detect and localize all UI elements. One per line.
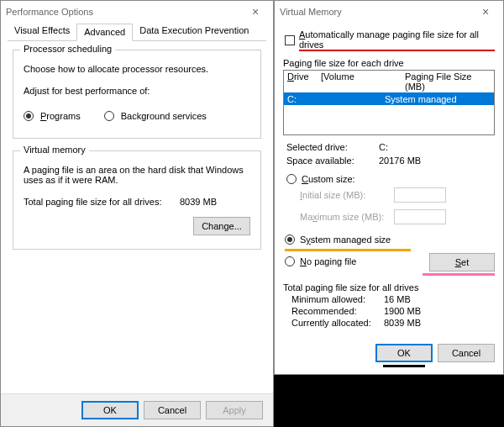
group-legend: Virtual memory <box>20 145 89 155</box>
selected-drive-label: Selected drive: <box>286 142 379 152</box>
each-drive-label: Paging file size for each drive <box>283 58 495 68</box>
radio-background-services[interactable]: Background services <box>104 111 207 121</box>
rec-value: 1900 MB <box>384 306 421 316</box>
tab-visual-effects[interactable]: Visual Effects <box>8 23 76 40</box>
selected-drive-value: C: <box>379 142 388 152</box>
radio-label: System managed size <box>300 235 391 245</box>
dialog-buttons: OK Cancel Apply <box>1 393 273 426</box>
vm-total-value: 8039 MB <box>180 197 217 207</box>
radio-custom-size[interactable]: Custom size: <box>286 174 495 184</box>
tabs: Visual Effects Advanced Data Execution P… <box>8 23 266 41</box>
titlebar: Performance Options × <box>1 1 273 23</box>
min-label: Minimum allowed: <box>291 294 384 304</box>
space-available-label: Space available: <box>286 156 379 166</box>
proc-adjust: Adjust for best performance of: <box>24 86 250 96</box>
max-size-label: Maximum size (MB): <box>300 212 387 222</box>
radio-programs[interactable]: Programs <box>24 111 81 121</box>
auto-manage-label: Automatically manage paging file size fo… <box>299 29 495 51</box>
close-icon[interactable]: × <box>473 5 498 18</box>
vm-total-label: Total paging file size for all drives: <box>24 197 161 207</box>
col-size: Paging File Size (MB) <box>402 71 494 92</box>
radio-label: No paging file <box>300 256 356 266</box>
titlebar: Virtual Memory × <box>275 1 503 23</box>
processor-scheduling-group: Processor scheduling Choose how to alloc… <box>13 50 261 139</box>
radio-no-paging[interactable]: No paging file <box>285 256 423 266</box>
dialog-title: Virtual Memory <box>280 7 342 17</box>
max-size-input[interactable] <box>394 209 446 224</box>
cur-value: 8039 MB <box>384 318 421 328</box>
dialog-title: Performance Options <box>6 7 93 17</box>
initial-size-input[interactable] <box>394 187 446 203</box>
drive-row-drive: C: <box>284 94 318 104</box>
highlight-pink <box>423 273 495 276</box>
vm-desc: A paging file is an area on the hard dis… <box>24 165 250 185</box>
cur-label: Currently allocated: <box>291 318 384 328</box>
highlight-orange <box>285 249 411 251</box>
ok-button[interactable]: OK <box>81 401 139 419</box>
virtual-memory-group: Virtual memory A paging file is an area … <box>13 150 261 250</box>
drive-list-header: Drive [Volume Paging File Size (MB) <box>284 71 494 92</box>
radio-icon <box>104 111 114 121</box>
set-button[interactable]: Set <box>429 253 495 271</box>
radio-label: Custom size: <box>302 174 355 184</box>
space-available-value: 20176 MB <box>379 156 421 166</box>
apply-button[interactable]: Apply <box>206 401 263 419</box>
totals-title: Total paging file size for all drives <box>283 282 495 293</box>
cancel-button[interactable]: Cancel <box>438 344 495 362</box>
group-legend: Processor scheduling <box>20 44 115 54</box>
highlight-black <box>383 365 425 367</box>
cancel-button[interactable]: Cancel <box>144 401 201 419</box>
tab-dep[interactable]: Data Execution Prevention <box>133 23 255 40</box>
radio-icon <box>286 174 297 184</box>
change-button[interactable]: Change... <box>193 217 250 235</box>
virtual-memory-dialog: Virtual Memory × Automatically manage pa… <box>274 0 504 375</box>
drive-list[interactable]: Drive [Volume Paging File Size (MB) C: S… <box>283 70 495 135</box>
drive-row-size: System managed <box>385 94 494 104</box>
ok-button[interactable]: OK <box>375 344 433 362</box>
radio-system-managed[interactable]: System managed size <box>285 235 495 245</box>
radio-label: Programs <box>40 111 81 121</box>
tab-advanced[interactable]: Advanced <box>76 24 133 41</box>
initial-size-label: Initial size (MB): <box>300 190 387 200</box>
col-volume: [Volume <box>318 71 402 92</box>
radio-label: Background services <box>121 111 207 121</box>
performance-options-dialog: Performance Options × Visual Effects Adv… <box>0 0 274 427</box>
min-value: 16 MB <box>384 294 411 304</box>
totals-group: Total paging file size for all drives Mi… <box>283 282 495 329</box>
proc-desc: Choose how to allocate processor resourc… <box>24 64 250 74</box>
rec-label: Recommended: <box>291 306 384 316</box>
checkbox-icon <box>285 35 295 45</box>
col-drive: Drive <box>284 71 318 92</box>
radio-icon <box>285 256 295 266</box>
auto-manage-checkbox[interactable]: Automatically manage paging file size fo… <box>285 29 495 51</box>
tab-body: Processor scheduling Choose how to alloc… <box>1 41 273 393</box>
dialog-body: Automatically manage paging file size fo… <box>275 23 503 374</box>
radio-icon <box>24 111 34 121</box>
drive-row[interactable]: C: System managed <box>284 92 494 105</box>
radio-icon <box>285 235 295 245</box>
close-icon[interactable]: × <box>243 5 268 18</box>
